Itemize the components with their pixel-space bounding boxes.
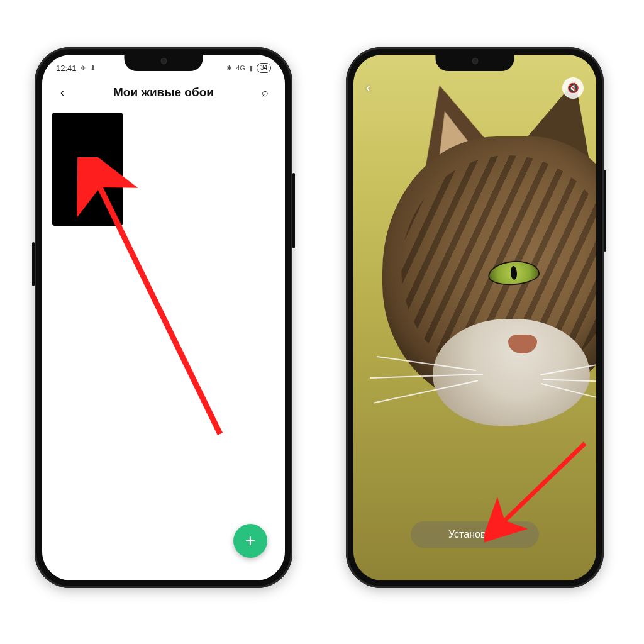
cat-image: [364, 80, 596, 470]
wallpaper-grid: [42, 108, 285, 231]
screen-left: 12:41 ✈ ⬇ ✱ 4G ▮ 34 ‹ Мои живые обои ⌕: [42, 55, 285, 580]
app-header: ‹ Мои живые обои ⌕: [42, 75, 285, 108]
search-icon: ⌕: [262, 86, 269, 99]
mute-icon: 🔇: [567, 82, 579, 94]
wallpaper-thumbnail[interactable]: [52, 113, 123, 226]
send-icon: ✈: [80, 64, 86, 72]
chevron-left-icon: ‹: [366, 80, 370, 96]
back-button[interactable]: ‹: [366, 80, 370, 96]
screen-right: ‹ 🔇 Установить: [353, 55, 596, 580]
apply-wallpaper-button[interactable]: Установить: [411, 521, 539, 548]
signal-icon: ▮: [249, 64, 253, 72]
phone-frame-right: ‹ 🔇 Установить: [346, 47, 604, 588]
network-label: 4G: [236, 64, 245, 72]
bluetooth-icon: ✱: [226, 64, 232, 72]
apply-label: Установить: [448, 529, 501, 540]
page-title: Мои живые обои: [113, 86, 214, 99]
notch: [125, 55, 203, 71]
wallpaper-preview[interactable]: [353, 55, 596, 580]
download-icon: ⬇: [90, 64, 96, 72]
notch: [436, 55, 514, 71]
search-button[interactable]: ⌕: [256, 84, 274, 101]
status-time: 12:41: [56, 64, 77, 73]
battery-pill: 34: [257, 63, 271, 73]
chevron-left-icon: ‹: [60, 86, 64, 99]
back-button[interactable]: ‹: [53, 84, 71, 101]
plus-icon: +: [245, 531, 255, 551]
add-wallpaper-fab[interactable]: +: [233, 524, 267, 558]
mute-button[interactable]: 🔇: [562, 77, 584, 99]
phone-frame-left: 12:41 ✈ ⬇ ✱ 4G ▮ 34 ‹ Мои живые обои ⌕: [35, 47, 292, 588]
